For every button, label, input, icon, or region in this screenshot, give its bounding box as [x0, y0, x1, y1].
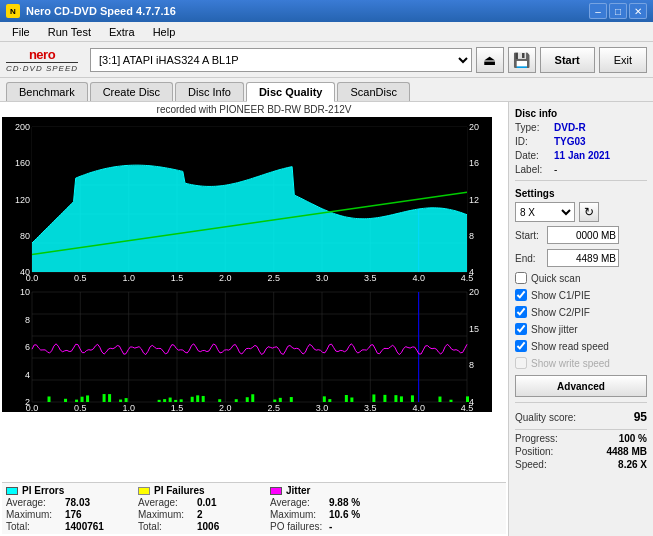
end-label: End:: [515, 253, 543, 264]
jitter-label: Jitter: [286, 485, 310, 496]
pi-failures-avg-value: 0.01: [197, 497, 216, 508]
speed-select[interactable]: 8 X: [515, 202, 575, 222]
start-button[interactable]: Start: [540, 47, 595, 73]
show-read-speed-checkbox[interactable]: [515, 340, 527, 352]
menu-file[interactable]: File: [4, 24, 38, 40]
show-c2-row: Show C2/PIF: [515, 306, 647, 318]
quality-score-label: Quality score:: [515, 412, 576, 423]
menu-extra[interactable]: Extra: [101, 24, 143, 40]
minimize-button[interactable]: –: [589, 3, 607, 19]
title-bar: N Nero CD-DVD Speed 4.7.7.16 – □ ✕: [0, 0, 653, 22]
show-write-speed-label: Show write speed: [531, 358, 610, 369]
type-value: DVD-R: [554, 122, 586, 133]
save-button[interactable]: 💾: [508, 47, 536, 73]
pi-errors-avg-value: 78.03: [65, 497, 90, 508]
progress-label: Progress:: [515, 433, 558, 444]
menu-bar: File Run Test Extra Help: [0, 22, 653, 42]
quality-score-value: 95: [634, 410, 647, 424]
show-read-speed-row: Show read speed: [515, 340, 647, 352]
show-c2-label[interactable]: Show C2/PIF: [531, 307, 590, 318]
quick-scan-label[interactable]: Quick scan: [531, 273, 580, 284]
jitter-po-label: PO failures:: [270, 521, 325, 532]
quick-scan-checkbox[interactable]: [515, 272, 527, 284]
chart-container: [2, 117, 506, 482]
legend-jitter: Jitter Average: 9.88 % Maximum: 10.6 % P…: [270, 485, 390, 532]
tab-create-disc[interactable]: Create Disc: [90, 82, 173, 101]
type-label: Type:: [515, 122, 550, 133]
jitter-color: [270, 487, 282, 495]
app-title: Nero CD-DVD Speed 4.7.7.16: [26, 5, 176, 17]
jitter-avg-label: Average:: [270, 497, 325, 508]
disc-label-label: Label:: [515, 164, 550, 175]
chart-area: recorded with PIONEER BD-RW BDR-212V PI …: [0, 102, 508, 536]
show-write-speed-row: Show write speed: [515, 357, 647, 369]
id-label: ID:: [515, 136, 550, 147]
toolbar: nero CD·DVD SPEED [3:1] ATAPI iHAS324 A …: [0, 42, 653, 78]
refresh-button[interactable]: ↻: [579, 202, 599, 222]
pi-errors-total-label: Total:: [6, 521, 61, 532]
right-panel: Disc info Type: DVD-R ID: TYG03 Date: 11…: [508, 102, 653, 536]
pi-errors-max-label: Maximum:: [6, 509, 61, 520]
disc-info-title: Disc info: [515, 108, 647, 119]
eject-button[interactable]: ⏏: [476, 47, 504, 73]
close-button[interactable]: ✕: [629, 3, 647, 19]
tab-benchmark[interactable]: Benchmark: [6, 82, 88, 101]
jitter-po-value: -: [329, 521, 332, 532]
tab-bar: Benchmark Create Disc Disc Info Disc Qua…: [0, 78, 653, 102]
date-value: 11 Jan 2021: [554, 150, 610, 161]
id-value: TYG03: [554, 136, 586, 147]
show-jitter-checkbox[interactable]: [515, 323, 527, 335]
speed-value: 8.26 X: [618, 459, 647, 470]
pi-failures-total-value: 1006: [197, 521, 219, 532]
nero-logo: nero CD·DVD SPEED: [6, 47, 78, 73]
exit-button[interactable]: Exit: [599, 47, 647, 73]
nero-logo-subtitle: CD·DVD SPEED: [6, 62, 78, 73]
date-label: Date:: [515, 150, 550, 161]
show-write-speed-checkbox: [515, 357, 527, 369]
show-c1-label[interactable]: Show C1/PIE: [531, 290, 590, 301]
progress-section: Progress: 100 % Position: 4488 MB Speed:…: [515, 429, 647, 470]
show-c2-checkbox[interactable]: [515, 306, 527, 318]
quick-scan-row: Quick scan: [515, 272, 647, 284]
menu-help[interactable]: Help: [145, 24, 184, 40]
pi-failures-label: PI Failures: [154, 485, 205, 496]
legend-pi-failures: PI Failures Average: 0.01 Maximum: 2 Tot…: [138, 485, 258, 532]
start-label: Start:: [515, 230, 543, 241]
disc-label-value: -: [554, 164, 557, 175]
pi-failures-avg-label: Average:: [138, 497, 193, 508]
pi-errors-max-value: 176: [65, 509, 82, 520]
advanced-button[interactable]: Advanced: [515, 375, 647, 397]
pi-errors-color: [6, 487, 18, 495]
show-jitter-label[interactable]: Show jitter: [531, 324, 578, 335]
speed-label: Speed:: [515, 459, 547, 470]
main-content: recorded with PIONEER BD-RW BDR-212V PI …: [0, 102, 653, 536]
jitter-max-label: Maximum:: [270, 509, 325, 520]
legend-pi-errors: PI Errors Average: 78.03 Maximum: 176 To…: [6, 485, 126, 532]
pi-errors-label: PI Errors: [22, 485, 64, 496]
show-c1-checkbox[interactable]: [515, 289, 527, 301]
settings-title: Settings: [515, 188, 647, 199]
tab-disc-info[interactable]: Disc Info: [175, 82, 244, 101]
jitter-avg-value: 9.88 %: [329, 497, 360, 508]
pi-failures-total-label: Total:: [138, 521, 193, 532]
progress-value: 100 %: [619, 433, 647, 444]
end-row: End:: [515, 249, 647, 267]
tab-disc-quality[interactable]: Disc Quality: [246, 82, 336, 102]
show-read-speed-label[interactable]: Show read speed: [531, 341, 609, 352]
pi-errors-total-value: 1400761: [65, 521, 104, 532]
pi-failures-color: [138, 487, 150, 495]
app-icon: N: [6, 4, 20, 18]
maximize-button[interactable]: □: [609, 3, 627, 19]
tab-scan-disc[interactable]: ScanDisc: [337, 82, 409, 101]
menu-run-test[interactable]: Run Test: [40, 24, 99, 40]
pi-failures-max-label: Maximum:: [138, 509, 193, 520]
jitter-max-value: 10.6 %: [329, 509, 360, 520]
drive-select[interactable]: [3:1] ATAPI iHAS324 A BL1P: [90, 48, 472, 72]
start-input[interactable]: [547, 226, 619, 244]
pi-errors-avg-label: Average:: [6, 497, 61, 508]
end-input[interactable]: [547, 249, 619, 267]
start-row: Start:: [515, 226, 647, 244]
pi-failures-max-value: 2: [197, 509, 203, 520]
legend-row: PI Errors Average: 78.03 Maximum: 176 To…: [2, 482, 506, 534]
chart-title: recorded with PIONEER BD-RW BDR-212V: [2, 104, 506, 115]
